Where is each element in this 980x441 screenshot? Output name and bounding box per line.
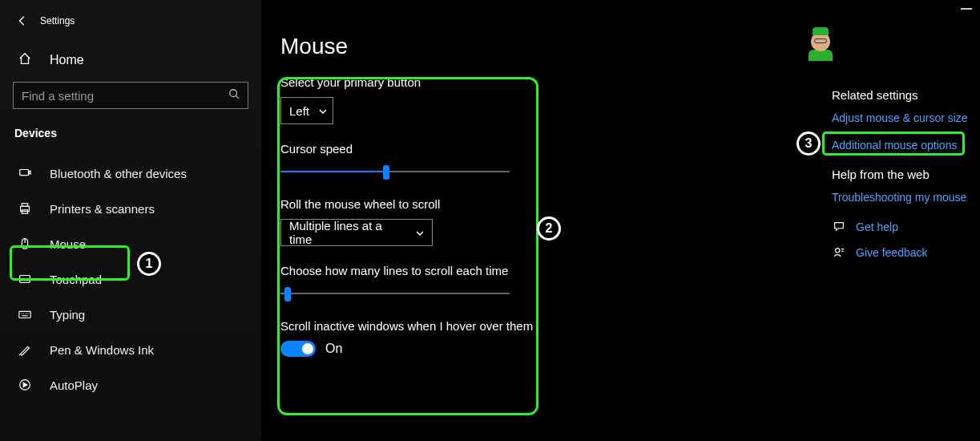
sidebar-item-label: Printers & scanners xyxy=(50,202,155,216)
annotation-step-1: 1 xyxy=(137,252,161,276)
cursor-speed-label: Cursor speed xyxy=(280,142,793,156)
svg-rect-4 xyxy=(22,204,27,207)
chevron-down-icon xyxy=(416,226,424,240)
give-feedback-link[interactable]: Give feedback xyxy=(832,245,976,260)
printer-icon xyxy=(18,201,32,216)
mouse-icon xyxy=(18,237,32,251)
scroll-inactive-label: Scroll inactive windows when I hover ove… xyxy=(280,319,793,333)
search-box[interactable] xyxy=(13,82,248,109)
svg-point-0 xyxy=(230,90,237,97)
back-arrow-icon[interactable] xyxy=(16,14,29,27)
sidebar-item-label: Typing xyxy=(50,308,85,322)
adjust-cursor-size-link[interactable]: Adjust mouse & cursor size xyxy=(832,111,976,124)
pen-icon xyxy=(18,342,32,357)
bluetooth-icon xyxy=(18,166,32,180)
home-label: Home xyxy=(50,53,84,67)
get-help-label: Get help xyxy=(856,220,898,233)
search-icon xyxy=(228,88,240,103)
sidebar-item-mouse[interactable]: Mouse xyxy=(0,226,261,261)
sidebar-group-header: Devices xyxy=(0,120,261,146)
give-feedback-label: Give feedback xyxy=(856,246,928,259)
wheel-mode-value: Multiple lines at a time xyxy=(289,219,406,246)
sidebar-item-label: Touchpad xyxy=(50,273,102,286)
settings-sidebar: Settings Home Devices Bluetooth & other … xyxy=(0,0,261,441)
scroll-inactive-toggle[interactable] xyxy=(280,341,316,357)
cursor-speed-slider[interactable] xyxy=(280,164,510,180)
user-avatar[interactable] xyxy=(805,32,837,64)
sidebar-item-label: Bluetooth & other devices xyxy=(50,167,187,180)
feedback-icon xyxy=(832,245,846,260)
annotation-step-2: 2 xyxy=(537,216,561,241)
chevron-down-icon xyxy=(319,104,327,118)
sidebar-item-autoplay[interactable]: AutoPlay xyxy=(0,367,261,403)
lines-scroll-label: Choose how many lines to scroll each tim… xyxy=(280,264,793,277)
home-button[interactable]: Home xyxy=(0,42,261,79)
sidebar-item-printers[interactable]: Printers & scanners xyxy=(0,191,261,226)
lines-scroll-slider[interactable] xyxy=(280,285,510,301)
touchpad-icon xyxy=(18,272,32,286)
additional-mouse-options-link[interactable]: Additional mouse options xyxy=(832,139,976,152)
page-title: Mouse xyxy=(280,34,793,59)
sidebar-item-pen[interactable]: Pen & Windows Ink xyxy=(0,332,261,367)
scroll-inactive-value: On xyxy=(325,342,342,356)
window-title: Settings xyxy=(40,15,75,26)
related-settings-heading: Related settings xyxy=(832,88,976,102)
sidebar-item-typing[interactable]: Typing xyxy=(0,297,261,332)
svg-rect-10 xyxy=(19,311,30,318)
sidebar-item-label: Mouse xyxy=(50,237,86,251)
minimize-button[interactable] xyxy=(961,8,972,10)
get-help-link[interactable]: Get help xyxy=(832,220,976,234)
help-web-heading: Help from the web xyxy=(832,168,976,181)
sidebar-item-label: Pen & Windows Ink xyxy=(50,343,154,357)
annotation-step-3: 3 xyxy=(797,131,821,156)
wheel-mode-dropdown[interactable]: Multiple lines at a time xyxy=(280,219,433,246)
right-column: Related settings Adjust mouse & cursor s… xyxy=(832,88,976,271)
chat-icon xyxy=(832,220,846,234)
search-input[interactable] xyxy=(22,89,206,103)
sidebar-item-touchpad[interactable]: Touchpad xyxy=(0,261,261,297)
svg-rect-8 xyxy=(20,276,30,283)
sidebar-item-bluetooth[interactable]: Bluetooth & other devices xyxy=(0,156,261,191)
svg-rect-1 xyxy=(20,170,29,176)
svg-rect-2 xyxy=(29,171,30,174)
autoplay-icon xyxy=(18,378,32,392)
primary-button-dropdown[interactable]: Left xyxy=(280,97,333,124)
svg-point-17 xyxy=(836,249,840,253)
home-icon xyxy=(18,51,32,69)
keyboard-icon xyxy=(18,307,32,322)
primary-button-label: Select your primary button xyxy=(280,75,793,89)
troubleshoot-mouse-link[interactable]: Troubleshooting my mouse xyxy=(832,191,976,204)
wheel-mode-label: Roll the mouse wheel to scroll xyxy=(280,197,793,211)
sidebar-item-label: AutoPlay xyxy=(50,378,98,392)
primary-button-value: Left xyxy=(289,104,309,118)
